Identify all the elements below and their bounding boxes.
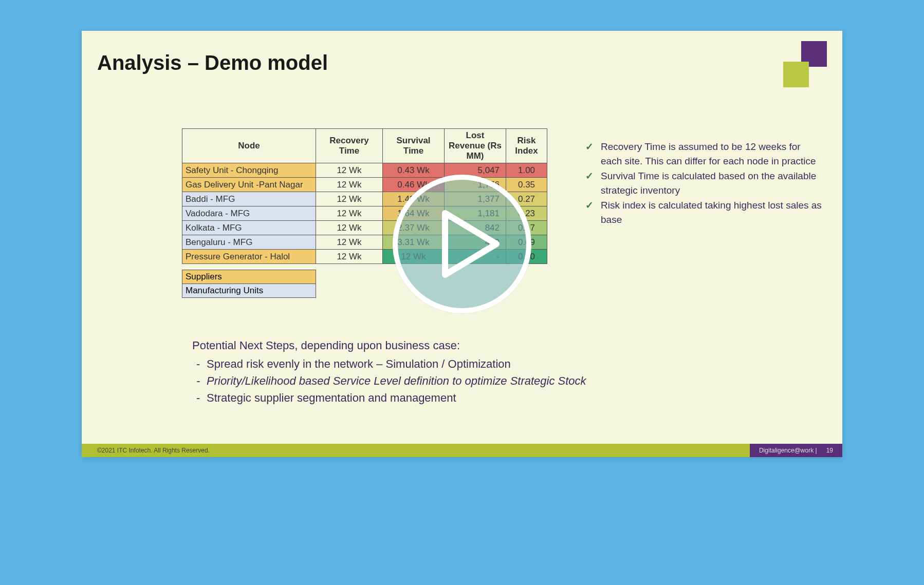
play-button[interactable] <box>393 175 531 313</box>
check-icon: ✓ <box>585 198 594 213</box>
cell-node: Bengaluru - MFG <box>182 235 316 250</box>
cell-recovery: 12 Wk <box>316 192 383 206</box>
footer-brand: Digitaligence@work | <box>759 447 817 454</box>
legend-table: Suppliers Manufacturing Units <box>182 270 316 298</box>
cell-survival: 0.43 Wk <box>383 163 445 178</box>
table-row: Safety Unit - Chongqing12 Wk0.43 Wk5,047… <box>182 163 547 178</box>
col-recovery: Recovery Time <box>316 129 383 163</box>
note-item: ✓Survival Time is calculated based on th… <box>585 169 822 197</box>
play-icon <box>440 208 502 280</box>
notes-list: ✓Recovery Time is assumed to be 12 weeks… <box>585 140 822 228</box>
legend-mfg: Manufacturing Units <box>182 284 316 298</box>
footer-brand-block: Digitaligence@work | 19 <box>750 444 842 457</box>
cell-node: Gas Delivery Unit -Pant Nagar <box>182 178 316 192</box>
next-steps: Potential Next Steps, depending upon bus… <box>192 339 655 406</box>
cell-node: Pressure Generator - Halol <box>182 250 316 264</box>
cell-risk: 0.35 <box>506 178 547 192</box>
next-step-item: Spread risk evenly in the network – Simu… <box>192 355 655 372</box>
cell-recovery: 12 Wk <box>316 235 383 250</box>
note-item: ✓Risk index is calculated taking highest… <box>585 198 822 227</box>
footer-copyright: ©2021 ITC Infotech. All Rights Reserved. <box>82 447 750 454</box>
col-node: Node <box>182 129 316 163</box>
cell-risk: 1.00 <box>506 163 547 178</box>
col-lost: Lost Revenue (Rs MM) <box>445 129 506 163</box>
footer: ©2021 ITC Infotech. All Rights Reserved.… <box>82 444 842 457</box>
cell-node: Vadodara - MFG <box>182 206 316 221</box>
cell-recovery: 12 Wk <box>316 178 383 192</box>
legend-suppliers: Suppliers <box>182 270 316 284</box>
deco-square-green <box>783 62 809 87</box>
cell-recovery: 12 Wk <box>316 206 383 221</box>
footer-page: 19 <box>826 447 833 454</box>
col-survival: Survival Time <box>383 129 445 163</box>
check-icon: ✓ <box>585 140 594 154</box>
cell-recovery: 12 Wk <box>316 163 383 178</box>
cell-recovery: 12 Wk <box>316 221 383 235</box>
table-header-row: Node Recovery Time Survival Time Lost Re… <box>182 129 547 163</box>
note-item: ✓Recovery Time is assumed to be 12 weeks… <box>585 140 822 168</box>
cell-node: Safety Unit - Chongqing <box>182 163 316 178</box>
col-risk: Risk Index <box>506 129 547 163</box>
next-steps-header: Potential Next Steps, depending upon bus… <box>192 339 655 352</box>
cell-node: Baddi - MFG <box>182 192 316 206</box>
slide: Analysis – Demo model Node Recovery Time… <box>82 31 842 457</box>
cell-node: Kolkata - MFG <box>182 221 316 235</box>
next-step-item: Priority/Likelihood based Service Level … <box>192 372 655 389</box>
next-step-item: Strategic supplier segmentation and mana… <box>192 389 655 406</box>
page-title: Analysis – Demo model <box>97 51 328 74</box>
check-icon: ✓ <box>585 169 594 183</box>
cell-recovery: 12 Wk <box>316 250 383 264</box>
